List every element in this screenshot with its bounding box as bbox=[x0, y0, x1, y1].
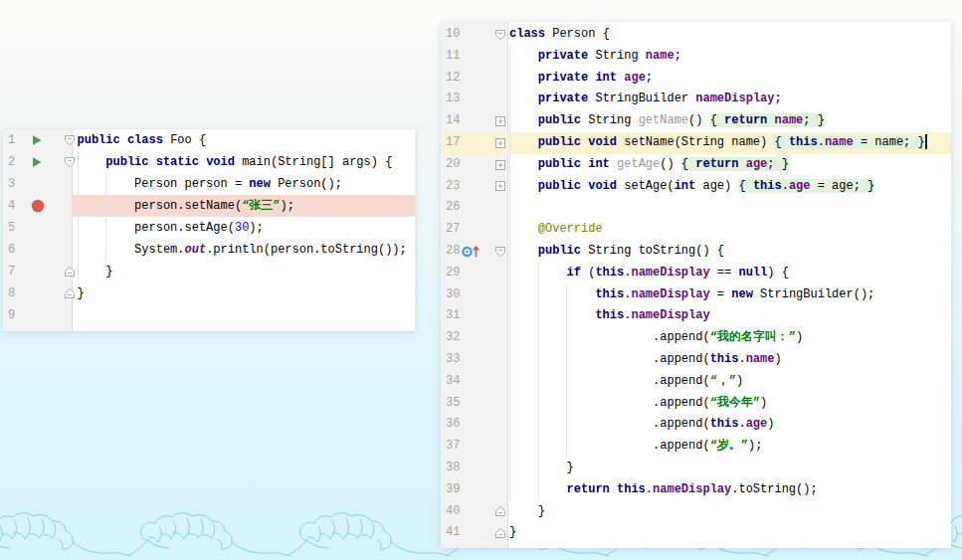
code-text[interactable]: } bbox=[72, 261, 415, 282]
code-text[interactable]: } bbox=[72, 282, 415, 304]
fold-end-icon[interactable] bbox=[494, 527, 506, 539]
code-text[interactable]: private int age; bbox=[507, 68, 951, 90]
token bbox=[509, 135, 538, 149]
code-text[interactable]: person.setName(“张三”); bbox=[72, 195, 415, 217]
fold-marker[interactable] bbox=[494, 505, 506, 517]
fold-collapsed-icon[interactable] bbox=[494, 137, 506, 149]
token: “我今年” bbox=[710, 396, 760, 410]
fold-start-icon[interactable] bbox=[494, 246, 506, 258]
code-text[interactable]: .append(this.age) bbox=[507, 414, 951, 436]
fold-marker[interactable] bbox=[494, 159, 506, 171]
fold-marker[interactable] bbox=[494, 115, 506, 127]
line-number: 1 bbox=[8, 129, 15, 151]
code-text[interactable]: class Person { bbox=[507, 24, 951, 46]
code-text[interactable]: } bbox=[507, 458, 951, 479]
fold-marker[interactable] bbox=[64, 266, 76, 278]
code-text[interactable]: if (this.nameDisplay == null) { bbox=[507, 263, 951, 284]
code-text[interactable]: .append(“，”) bbox=[507, 371, 951, 393]
token: name bbox=[775, 113, 804, 127]
gutter-icon-slot[interactable] bbox=[31, 134, 43, 146]
fold-marker[interactable] bbox=[64, 156, 76, 168]
token: “，” bbox=[710, 374, 736, 388]
token: “岁。” bbox=[710, 439, 748, 453]
line-number: 4 bbox=[8, 195, 15, 217]
code-text[interactable]: person.setAge(30); bbox=[72, 217, 415, 239]
fold-end-icon[interactable] bbox=[64, 287, 76, 299]
line-number: 32 bbox=[446, 327, 460, 349]
code-text[interactable]: .append(“岁。”); bbox=[507, 436, 951, 458]
code-line-36: 36 .append(this.age) bbox=[441, 414, 951, 436]
fold-end-icon[interactable] bbox=[494, 505, 506, 517]
gutter-icon-slot[interactable] bbox=[31, 156, 43, 168]
token: person.setName( bbox=[78, 199, 243, 213]
code-text[interactable]: private StringBuilder nameDisplay; bbox=[507, 89, 951, 110]
code-text[interactable]: public String toString() { bbox=[507, 241, 951, 263]
code-text[interactable]: this.nameDisplay = new StringBuilder(); bbox=[507, 284, 951, 306]
token: nameDisplay bbox=[653, 482, 731, 496]
fold-start-icon[interactable] bbox=[64, 156, 76, 168]
run-arrow-icon[interactable] bbox=[31, 134, 43, 146]
code-text[interactable]: } bbox=[507, 501, 951, 523]
token: setName(String name) bbox=[617, 135, 774, 149]
fold-end-icon[interactable] bbox=[64, 266, 76, 278]
fold-marker[interactable] bbox=[494, 29, 506, 41]
code-line-2: 2 public static void main(String[] args)… bbox=[3, 151, 415, 173]
line-number: 13 bbox=[446, 89, 460, 110]
run-arrow-icon[interactable] bbox=[31, 156, 43, 168]
indent-guide bbox=[105, 173, 106, 261]
token: . bbox=[738, 417, 745, 431]
token: ( bbox=[581, 266, 595, 280]
code-text[interactable]: .append(“我的名字叫：”) bbox=[507, 327, 951, 349]
desktop-wallpaper: { "palette": { "keyword": "#000080", "st… bbox=[0, 0, 962, 560]
code-text[interactable]: this.nameDisplay bbox=[507, 305, 951, 327]
token: Person(); bbox=[271, 177, 342, 191]
token: StringBuilder bbox=[588, 92, 695, 105]
token: .append( bbox=[509, 396, 710, 410]
code-text[interactable]: .append(this.name) bbox=[507, 349, 951, 371]
fold-marker[interactable] bbox=[64, 134, 76, 146]
code-text[interactable]: public int getAge() { return age; } bbox=[507, 154, 951, 176]
token: age) bbox=[695, 179, 738, 193]
fold-marker[interactable] bbox=[494, 137, 506, 149]
code-text[interactable]: .append(“我今年”) bbox=[507, 393, 951, 415]
token: . bbox=[782, 179, 789, 193]
token: public static void bbox=[105, 155, 242, 169]
code-text[interactable]: Person person = new Person(); bbox=[72, 173, 415, 195]
code-text[interactable]: public void setName(String name) { this.… bbox=[507, 132, 951, 154]
overrides-method-icon[interactable] bbox=[461, 245, 482, 259]
code-text[interactable]: public class Foo { bbox=[72, 129, 415, 151]
fold-collapsed-icon[interactable] bbox=[494, 115, 506, 127]
gutter-icon-slot[interactable] bbox=[461, 245, 482, 259]
fold-marker[interactable] bbox=[494, 527, 506, 539]
breakpoint-icon[interactable] bbox=[31, 199, 45, 213]
fold-marker[interactable] bbox=[64, 287, 76, 299]
code-text[interactable]: public void setAge(int age) { this.age =… bbox=[507, 176, 951, 198]
line-number: 11 bbox=[446, 46, 460, 68]
fold-start-icon[interactable] bbox=[64, 134, 76, 146]
token: new bbox=[249, 177, 271, 191]
code-text[interactable]: return this.nameDisplay.toString(); bbox=[507, 479, 951, 501]
gutter-icon-slot[interactable] bbox=[31, 199, 45, 213]
fold-marker[interactable] bbox=[494, 246, 506, 258]
fold-start-icon[interactable] bbox=[494, 29, 506, 41]
code-text[interactable]: public String getName() { return name; } bbox=[507, 110, 951, 132]
line-number: 6 bbox=[8, 239, 15, 261]
token: String toString() { bbox=[581, 244, 724, 258]
editor-panel-foo: 1public class Foo {2 public static void … bbox=[3, 129, 415, 331]
line-number: 37 bbox=[446, 436, 460, 458]
code-text[interactable] bbox=[507, 197, 951, 219]
token: age bbox=[746, 417, 768, 431]
code-text[interactable]: } bbox=[507, 522, 951, 544]
code-line-31: 31 this.nameDisplay bbox=[441, 305, 951, 327]
fold-marker[interactable] bbox=[494, 180, 506, 192]
fold-collapsed-icon[interactable] bbox=[494, 180, 506, 192]
token bbox=[509, 92, 538, 105]
code-text[interactable]: public static void main(String[] args) { bbox=[72, 151, 415, 173]
fold-collapsed-icon[interactable] bbox=[494, 159, 506, 171]
code-text[interactable]: System.out.println(person.toString()); bbox=[72, 239, 415, 261]
code-text[interactable]: private String name; bbox=[507, 46, 951, 68]
token: public bbox=[538, 244, 581, 258]
token: age bbox=[789, 179, 811, 193]
code-text[interactable]: @Override bbox=[507, 219, 951, 241]
code-text[interactable] bbox=[72, 304, 415, 326]
